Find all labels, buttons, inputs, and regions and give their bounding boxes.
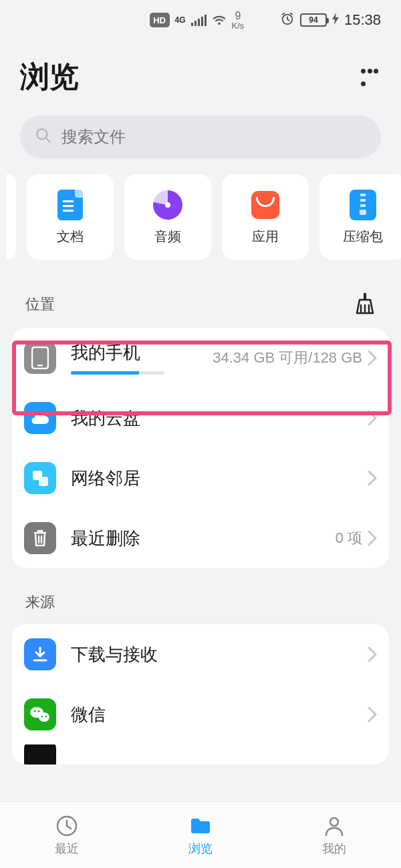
svg-rect-5	[39, 477, 48, 486]
cloud-icon	[24, 402, 56, 434]
network-4g-label: 4G	[175, 15, 186, 25]
storage-meta: 34.34 GB 可用/128 GB	[213, 348, 362, 368]
tab-label: 我的	[322, 841, 346, 857]
clock-time: 15:38	[344, 11, 381, 29]
source-title: 下载与接收	[71, 643, 158, 666]
hd-badge-icon: HD	[150, 13, 170, 27]
folder-icon	[188, 814, 213, 838]
download-icon	[24, 638, 56, 670]
category-row[interactable]: 文档 音频 应用 压缩包	[0, 174, 401, 280]
chevron-right-icon	[368, 530, 377, 546]
more-menu-button[interactable]	[358, 66, 381, 89]
tab-label: 最近	[55, 841, 79, 857]
location-title: 我的手机	[71, 341, 164, 365]
category-card-prev[interactable]	[7, 174, 16, 260]
zip-icon	[347, 189, 379, 221]
location-title: 最近删除	[71, 527, 140, 550]
search-icon	[35, 127, 52, 147]
chevron-right-icon	[368, 410, 377, 426]
search-bar[interactable]	[20, 116, 381, 158]
svg-point-13	[330, 818, 338, 826]
search-input[interactable]	[61, 128, 366, 146]
clock-icon	[55, 814, 79, 838]
source-title: 微信	[71, 703, 106, 726]
category-documents[interactable]: 文档	[27, 174, 114, 260]
category-archives[interactable]: 压缩包	[319, 174, 401, 260]
location-title: 我的云盘	[71, 407, 140, 430]
source-wechat[interactable]: 微信	[12, 684, 389, 744]
app-icon	[249, 189, 281, 221]
status-bar: HD 4G 9 K/s 94 15:38	[0, 0, 401, 40]
person-icon	[322, 814, 346, 838]
tab-me[interactable]: 我的	[267, 802, 401, 868]
category-label: 应用	[252, 228, 279, 246]
tab-recent[interactable]: 最近	[0, 802, 134, 868]
trash-icon	[24, 522, 56, 554]
category-audio[interactable]: 音频	[124, 174, 211, 260]
bottom-navbar: 最近 浏览 我的	[0, 801, 401, 868]
category-label: 音频	[154, 228, 181, 246]
wifi-icon	[212, 14, 227, 26]
wechat-icon	[24, 698, 56, 730]
locations-section-header: 位置	[0, 280, 401, 328]
svg-point-11	[45, 716, 47, 717]
location-cloud[interactable]: 我的云盘	[12, 388, 389, 448]
phone-icon	[24, 342, 56, 374]
category-label: 压缩包	[343, 228, 383, 246]
svg-rect-3	[37, 365, 43, 367]
page-header: 浏览	[0, 40, 401, 116]
alarm-icon	[280, 11, 295, 29]
location-recent-deleted[interactable]: 最近删除 0 项	[12, 508, 389, 568]
charging-icon	[332, 13, 339, 28]
source-item-partial[interactable]	[12, 744, 389, 765]
tab-label: 浏览	[188, 841, 213, 857]
cleanup-icon[interactable]	[354, 292, 376, 317]
app-icon	[24, 744, 56, 765]
location-my-phone[interactable]: 我的手机 34.34 GB 可用/128 GB	[12, 328, 389, 388]
deleted-count: 0 项	[336, 528, 362, 548]
svg-point-9	[38, 710, 40, 712]
sources-list: 下载与接收 微信	[12, 624, 389, 765]
chevron-right-icon	[368, 646, 377, 662]
audio-icon	[152, 189, 184, 221]
location-network[interactable]: 网络邻居	[12, 448, 389, 508]
page-title: 浏览	[20, 57, 79, 97]
source-downloads[interactable]: 下载与接收	[12, 624, 389, 684]
svg-point-10	[41, 716, 43, 717]
signal-bars-icon	[191, 14, 207, 26]
chevron-right-icon	[368, 350, 377, 366]
category-apps[interactable]: 应用	[222, 174, 309, 260]
network-speed: 9 K/s	[232, 11, 245, 30]
category-label: 文档	[57, 228, 84, 246]
svg-point-8	[34, 710, 36, 712]
svg-point-7	[39, 712, 49, 722]
tab-browse[interactable]: 浏览	[134, 802, 267, 868]
sources-heading: 来源	[0, 568, 401, 624]
storage-progress	[71, 371, 164, 375]
document-icon	[54, 189, 86, 221]
network-neighbor-icon	[24, 462, 56, 494]
chevron-right-icon	[368, 706, 377, 722]
chevron-right-icon	[368, 470, 377, 486]
battery-icon: 94	[300, 13, 327, 27]
locations-list: 我的手机 34.34 GB 可用/128 GB 我的云盘 网络邻居 最近删除 0…	[12, 328, 389, 568]
location-title: 网络邻居	[71, 467, 140, 490]
locations-heading: 位置	[25, 294, 55, 314]
